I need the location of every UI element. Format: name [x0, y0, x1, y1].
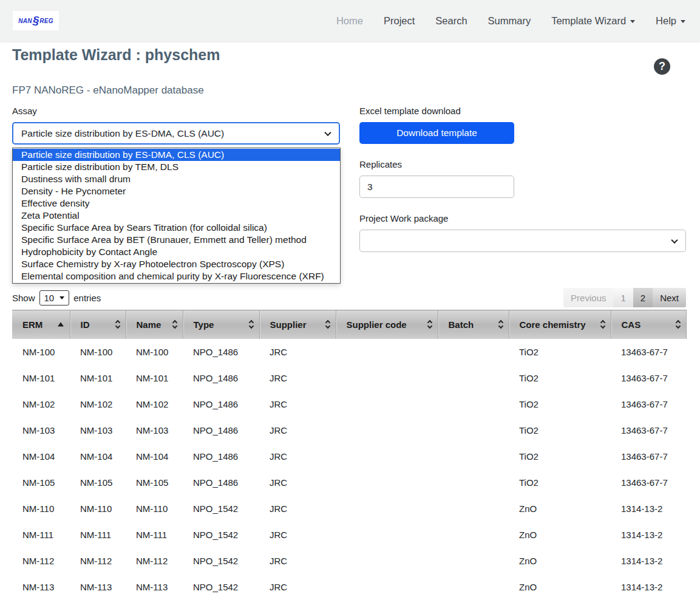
assay-option[interactable]: Particle size distribution by ES-DMA, CL… — [13, 149, 340, 161]
sort-both-icon — [250, 321, 253, 328]
column-header-label: Batch — [449, 319, 474, 330]
page-length-value: 10 — [44, 293, 55, 303]
nav-item[interactable]: Project — [384, 15, 415, 27]
cell-name: NM-110 — [126, 496, 183, 522]
cell-core-chemistry: ZnO — [509, 574, 611, 594]
pagination-button[interactable]: Next — [653, 288, 686, 307]
cell-cas: 13463-67-7 — [611, 339, 686, 365]
column-header-label: Supplier — [270, 319, 307, 330]
assay-option[interactable]: Surface Chemistry by X-ray Photoelectron… — [13, 258, 340, 270]
show-label: Show — [12, 293, 35, 303]
sort-icon — [326, 321, 330, 328]
pagination-button[interactable]: 2 — [633, 288, 653, 307]
assay-option[interactable]: Effective density — [13, 197, 340, 210]
assay-option[interactable]: Specific Surface Area by Sears Titration… — [13, 222, 340, 234]
table-row[interactable]: NM-104 NM-104 NM-104 NPO_1486 JRC TiO2 1… — [12, 443, 686, 469]
page-length-select[interactable]: 10 — [39, 290, 70, 306]
cell-erm: NM-100 — [12, 339, 70, 365]
column-header[interactable]: Core chemistry — [509, 310, 611, 339]
sort-both-icon — [173, 321, 177, 328]
pagination-button-label: 2 — [641, 293, 645, 303]
assay-option[interactable]: Density - He Pycnometer — [13, 185, 340, 197]
table-row[interactable]: NM-103 NM-103 NM-103 NPO_1486 JRC TiO2 1… — [12, 417, 686, 443]
table-row[interactable]: NM-100 NM-100 NM-100 NPO_1486 JRC TiO2 1… — [12, 339, 686, 365]
nav-item[interactable]: Home — [336, 15, 363, 27]
cell-type: NPO_1542 — [183, 522, 259, 548]
table-row[interactable]: NM-105 NM-105 NM-105 NPO_1486 JRC TiO2 1… — [12, 469, 686, 496]
table-row[interactable]: NM-110 NM-110 NM-110 NPO_1542 JRC ZnO 13… — [12, 496, 686, 522]
chevron-down-icon — [324, 129, 331, 135]
table-row[interactable]: NM-111 NM-111 NM-111 NPO_1542 JRC ZnO 13… — [12, 522, 686, 548]
table-row[interactable]: NM-113 NM-113 NM-113 NPO_1542 JRC ZnO 13… — [12, 574, 686, 594]
cell-erm: NM-104 — [12, 443, 70, 469]
column-header[interactable]: Name — [126, 310, 183, 339]
cell-supplier-code — [336, 574, 438, 594]
cell-name: NM-103 — [126, 417, 183, 443]
cell-cas: 1314-13-2 — [611, 574, 686, 594]
cell-name: NM-105 — [126, 469, 183, 496]
cell-id: NM-111 — [70, 522, 126, 548]
cell-supplier: JRC — [259, 443, 336, 469]
cell-supplier: JRC — [259, 548, 336, 574]
download-template-button[interactable]: Download template — [359, 122, 514, 144]
assay-option[interactable]: Specific Surface Area by BET (Brunauer, … — [13, 234, 340, 246]
column-header[interactable]: Supplier code — [336, 310, 438, 339]
cell-type: NPO_1542 — [183, 548, 259, 574]
cell-batch — [438, 365, 509, 391]
assay-option-label: Zeta Potential — [21, 210, 80, 220]
cell-type: NPO_1486 — [183, 365, 259, 391]
cell-supplier: JRC — [259, 496, 336, 522]
sort-both-icon — [601, 321, 605, 328]
table-row[interactable]: NM-102 NM-102 NM-102 NPO_1486 JRC TiO2 1… — [12, 391, 686, 417]
cell-supplier: JRC — [259, 417, 336, 443]
entries-label: entries — [73, 293, 101, 303]
column-header-label: ERM — [22, 319, 42, 330]
replicates-input[interactable] — [359, 176, 514, 198]
nav-item[interactable]: Summary — [488, 15, 531, 27]
cell-supplier-code — [336, 469, 438, 496]
cell-id: NM-110 — [70, 496, 126, 522]
nav-item[interactable]: Template Wizard — [551, 15, 635, 27]
column-header[interactable]: CAS — [611, 310, 686, 339]
cell-supplier-code — [336, 496, 438, 522]
navbar: NAN § REG Home Project Search Summary — [0, 0, 700, 41]
cell-id: NM-102 — [70, 391, 126, 417]
pagination-button[interactable]: Previous — [563, 288, 613, 307]
nanoreg-logo[interactable]: NAN § REG — [13, 11, 59, 30]
work-package-select[interactable] — [359, 230, 686, 252]
help-icon[interactable]: ? — [654, 58, 670, 75]
column-header[interactable]: ID — [70, 310, 126, 339]
column-header[interactable]: Supplier — [259, 310, 336, 339]
nav-item[interactable]: Search — [435, 15, 467, 27]
pagination-button-label: Previous — [571, 293, 606, 303]
cell-supplier: JRC — [259, 469, 336, 496]
cell-id: NM-105 — [70, 469, 126, 496]
cell-cas: 13463-67-7 — [611, 391, 686, 417]
cell-id: NM-112 — [70, 548, 126, 574]
column-header[interactable]: ERM — [12, 310, 70, 339]
assay-option[interactable]: Hydrophobicity by Contact Angle — [13, 246, 340, 258]
assay-option[interactable]: Zeta Potential — [13, 210, 340, 222]
assay-select[interactable]: Particle size distribution by ES-DMA, CL… — [12, 122, 340, 145]
assay-option-label: Hydrophobicity by Contact Angle — [21, 247, 157, 257]
pagination-button[interactable]: 1 — [613, 288, 633, 307]
assay-option[interactable]: Particle size distribution by TEM, DLS — [13, 161, 340, 173]
nav-item[interactable]: Help — [656, 15, 685, 27]
cell-name: NM-104 — [126, 443, 183, 469]
table-row[interactable]: NM-112 NM-112 NM-112 NPO_1542 JRC ZnO 13… — [12, 548, 686, 574]
assay-option[interactable]: Elemental composition and chemical purit… — [13, 270, 340, 282]
cell-supplier-code — [336, 522, 438, 548]
sort-icon — [116, 321, 120, 328]
sort-asc-icon — [58, 323, 64, 327]
column-header[interactable]: Type — [183, 310, 259, 339]
cell-name: NM-102 — [126, 391, 183, 417]
table-row[interactable]: NM-101 NM-101 NM-101 NPO_1486 JRC TiO2 1… — [12, 365, 686, 391]
assay-option[interactable]: Dustiness with small drum — [13, 173, 340, 185]
cell-erm: NM-111 — [12, 522, 70, 548]
cell-core-chemistry: ZnO — [509, 496, 611, 522]
sort-icon — [173, 321, 177, 328]
cell-core-chemistry: TiO2 — [509, 391, 611, 417]
replicates-label: Replicates — [359, 159, 686, 170]
cell-core-chemistry: ZnO — [509, 548, 611, 574]
column-header[interactable]: Batch — [438, 310, 509, 339]
